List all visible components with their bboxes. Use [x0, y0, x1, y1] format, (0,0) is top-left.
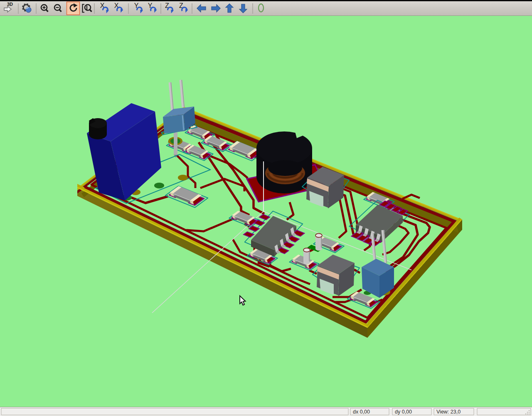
svg-text:dx 0,00: dx 0,00	[353, 409, 370, 415]
svg-text:dy 0,00: dy 0,00	[395, 409, 412, 415]
svg-text:3D: 3D	[7, 2, 13, 7]
svg-text:View: 23,0: View: 23,0	[436, 409, 461, 415]
